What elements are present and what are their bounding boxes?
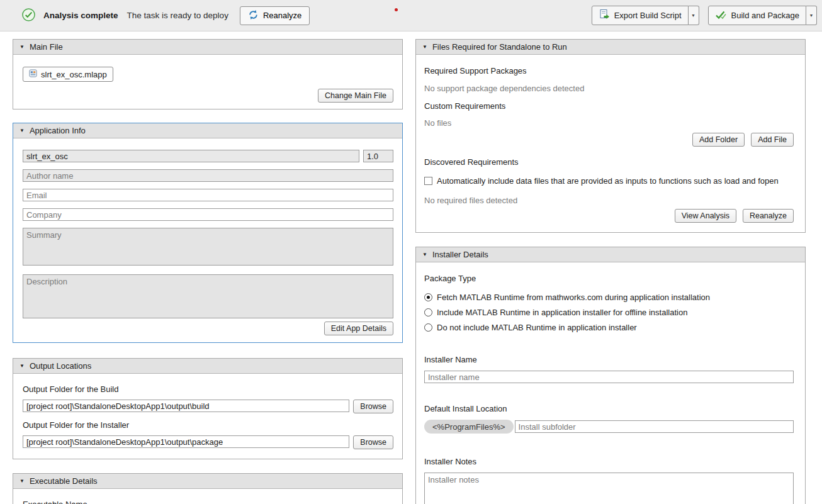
summary-textarea[interactable]: [23, 228, 393, 266]
application-info-panel: ▼ Application Info Edit App Details: [13, 123, 403, 343]
collapse-triangle-icon: ▼: [20, 44, 25, 50]
export-dropdown-arrow[interactable]: ▼: [689, 6, 699, 25]
chevron-down-icon: ▼: [691, 13, 695, 18]
red-dot: [395, 8, 398, 11]
export-build-script-split-button: Export Build Script ▼: [592, 6, 699, 25]
collapse-triangle-icon: ▼: [20, 363, 25, 369]
email-input[interactable]: [23, 189, 393, 201]
runtime-include-radio[interactable]: [424, 308, 432, 316]
company-input[interactable]: [23, 208, 393, 221]
output-installer-label: Output Folder for the Installer: [23, 420, 393, 430]
main-file-panel: ▼ Main File slrt_ex_osc.mlapp Change Mai…: [13, 39, 403, 109]
output-build-input[interactable]: [23, 400, 349, 412]
export-build-script-label: Export Build Script: [614, 11, 682, 20]
application-info-header-label: Application Info: [30, 126, 86, 135]
collapse-triangle-icon: ▼: [422, 44, 427, 50]
installer-details-header-label: Installer Details: [432, 250, 488, 259]
installer-notes-label: Installer Notes: [424, 457, 794, 466]
install-location-label: Default Install Location: [424, 404, 794, 413]
status-subtitle: The task is ready to deploy: [127, 11, 228, 20]
browse-build-button[interactable]: Browse: [353, 400, 393, 413]
main-file-header[interactable]: ▼ Main File: [13, 40, 402, 55]
installer-details-panel: ▼ Installer Details Package Type Fetch M…: [415, 247, 806, 504]
toolbar: Analysis complete The task is ready to d…: [0, 0, 822, 31]
output-locations-panel: ▼ Output Locations Output Folder for the…: [13, 358, 403, 459]
add-folder-button[interactable]: Add Folder: [692, 133, 745, 147]
export-build-script-icon: [599, 9, 610, 22]
auto-include-label: Automatically include data files that ar…: [437, 176, 779, 186]
discovered-requirements-label: Discovered Requirements: [424, 157, 794, 167]
auto-include-checkbox[interactable]: [424, 177, 432, 185]
status-title: Analysis complete: [43, 11, 118, 20]
files-required-panel: ▼ Files Required for Standalone to Run R…: [415, 39, 806, 233]
custom-requirements-status: No files: [424, 118, 794, 128]
main-file-chip-label: slrt_ex_osc.mlapp: [41, 70, 107, 79]
reanalyze-button[interactable]: Reanalyze: [240, 6, 310, 25]
change-main-file-button[interactable]: Change Main File: [318, 89, 393, 103]
executable-name-label: Executable Name: [23, 500, 393, 504]
runtime-include-radio-row: Include MATLAB Runtime in application in…: [424, 305, 794, 320]
refresh-icon: [248, 9, 259, 22]
executable-details-header[interactable]: ▼ Executable Details: [13, 474, 402, 489]
description-textarea[interactable]: [23, 274, 393, 318]
reanalyze-button-label: Reanalyze: [263, 11, 301, 20]
build-and-package-button[interactable]: Build and Package: [708, 6, 806, 25]
build-and-package-icon: [715, 9, 727, 22]
build-and-package-split-button: Build and Package ▼: [708, 6, 817, 25]
support-packages-label: Required Support Packages: [424, 66, 794, 76]
output-locations-header[interactable]: ▼ Output Locations: [13, 359, 402, 374]
main-file-header-label: Main File: [30, 42, 63, 52]
executable-details-header-label: Executable Details: [30, 476, 98, 486]
export-build-script-button[interactable]: Export Build Script: [592, 6, 689, 25]
output-installer-input[interactable]: [23, 435, 349, 448]
installer-name-label: Installer Name: [424, 355, 794, 364]
author-name-input[interactable]: [23, 169, 393, 182]
installer-details-header[interactable]: ▼ Installer Details: [416, 247, 805, 262]
output-build-label: Output Folder for the Build: [23, 384, 393, 394]
package-type-label: Package Type: [424, 274, 794, 283]
chevron-down-icon: ▼: [809, 13, 814, 18]
edit-app-details-button[interactable]: Edit App Details: [324, 322, 393, 335]
build-dropdown-arrow[interactable]: ▼: [806, 6, 817, 25]
runtime-include-label: Include MATLAB Runtime in application in…: [437, 308, 687, 317]
custom-requirements-label: Custom Requirements: [424, 101, 794, 111]
support-packages-status: No support package dependencies detected: [424, 84, 794, 93]
discovered-status: No required files detected: [424, 196, 794, 205]
runtime-exclude-radio-row: Do not include MATLAB Runtime in applica…: [424, 320, 794, 335]
runtime-fetch-radio-row: Fetch MATLAB Runtime from mathworks.com …: [424, 289, 794, 305]
installer-notes-textarea[interactable]: [424, 473, 794, 504]
files-required-header-label: Files Required for Standalone to Run: [432, 42, 567, 52]
add-file-button[interactable]: Add File: [751, 133, 794, 147]
version-input[interactable]: [363, 150, 393, 162]
build-and-package-label: Build and Package: [731, 11, 799, 20]
install-subfolder-input[interactable]: [515, 420, 794, 433]
collapse-triangle-icon: ▼: [20, 478, 25, 484]
app-name-input[interactable]: [23, 150, 359, 162]
reanalyze-files-button[interactable]: Reanalyze: [743, 209, 794, 223]
main-file-chip[interactable]: slrt_ex_osc.mlapp: [23, 67, 113, 82]
runtime-fetch-label: Fetch MATLAB Runtime from mathworks.com …: [437, 293, 710, 302]
runtime-exclude-label: Do not include MATLAB Runtime in applica…: [437, 323, 637, 332]
application-info-header[interactable]: ▼ Application Info: [13, 123, 402, 138]
browse-installer-button[interactable]: Browse: [353, 435, 393, 449]
runtime-exclude-radio[interactable]: [424, 323, 432, 332]
collapse-triangle-icon: ▼: [20, 128, 25, 133]
output-locations-header-label: Output Locations: [30, 361, 91, 371]
view-analysis-button[interactable]: View Analysis: [675, 209, 736, 223]
executable-details-panel: ▼ Executable Details Executable Name: [13, 473, 403, 504]
files-required-header[interactable]: ▼ Files Required for Standalone to Run: [416, 40, 805, 55]
collapse-triangle-icon: ▼: [422, 252, 427, 257]
program-files-token[interactable]: <%ProgramFiles%>: [424, 420, 514, 434]
installer-name-input[interactable]: [424, 371, 794, 383]
runtime-fetch-radio[interactable]: [424, 293, 432, 301]
mlapp-file-icon: [29, 69, 37, 79]
status-check-icon: [21, 8, 36, 24]
